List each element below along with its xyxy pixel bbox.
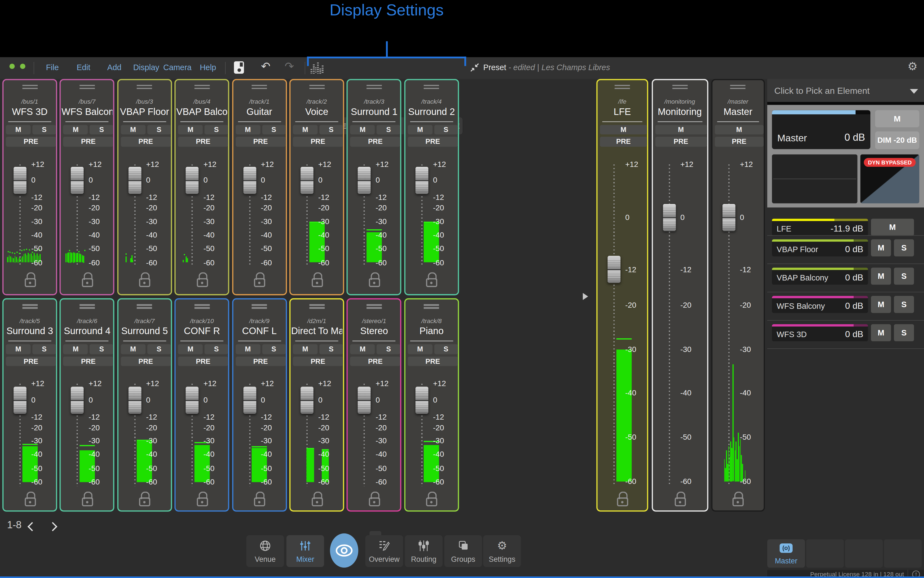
bus-solo-button[interactable]: S: [894, 239, 914, 256]
channel-strip-vbap-floor[interactable]: /bus/3VBAP FloorMSPRE+120-12-20-30-40-50…: [117, 79, 172, 295]
fader-handle[interactable]: [186, 167, 199, 194]
nav-venue-button[interactable]: Venue: [246, 535, 284, 567]
solo-button[interactable]: S: [262, 125, 285, 134]
solo-button[interactable]: S: [319, 125, 343, 134]
fader-handle[interactable]: [13, 386, 26, 414]
fader-handle[interactable]: [186, 386, 199, 414]
lock-icon[interactable]: [24, 492, 37, 507]
lock-icon[interactable]: [24, 272, 37, 287]
pre-button[interactable]: PRE: [121, 136, 171, 146]
drag-handle-icon[interactable]: [615, 85, 630, 91]
fader-handle[interactable]: [358, 386, 371, 414]
lock-icon[interactable]: [253, 272, 266, 287]
fader-handle[interactable]: [71, 386, 84, 414]
pre-button[interactable]: PRE: [350, 356, 400, 366]
fader-handle[interactable]: [415, 167, 428, 194]
undo-icon[interactable]: ↶: [261, 59, 271, 73]
fader-handle[interactable]: [128, 167, 141, 194]
save-icon[interactable]: [234, 61, 244, 74]
collapse-icon[interactable]: [470, 62, 480, 72]
bus-mute-button[interactable]: M: [871, 268, 891, 284]
drag-handle-icon[interactable]: [137, 85, 152, 91]
next-page-icon[interactable]: [48, 522, 57, 531]
pre-button[interactable]: PRE: [293, 356, 343, 366]
mute-button[interactable]: M: [236, 344, 260, 354]
nav-groups-button[interactable]: Groups: [444, 535, 482, 567]
master-mute-button[interactable]: M: [875, 110, 919, 127]
pre-button[interactable]: PRE: [6, 136, 56, 146]
fader-handle[interactable]: [663, 204, 676, 231]
drag-handle-icon[interactable]: [309, 304, 324, 310]
pre-button[interactable]: PRE: [655, 136, 707, 146]
solo-button[interactable]: S: [32, 125, 56, 134]
channel-strip-wfs-balcony[interactable]: /bus/7WFS BalconyMSPRE+120-12-20-30-40-5…: [60, 79, 114, 295]
drag-handle-icon[interactable]: [309, 85, 324, 91]
bus-row-wfs-3d[interactable]: WFS 3D0 dB: [772, 324, 868, 341]
prev-page-icon[interactable]: [28, 522, 37, 531]
settings-gear-icon[interactable]: ⚙: [908, 59, 918, 73]
lock-icon[interactable]: [311, 492, 324, 507]
drag-handle-icon[interactable]: [424, 304, 439, 310]
solo-button[interactable]: S: [319, 344, 343, 354]
channel-strip-monitoring[interactable]: /monitoringMonitoringMPRE+120-12-20-30-4…: [652, 79, 708, 511]
monitor-tile-empty-3[interactable]: [884, 539, 922, 568]
mute-button[interactable]: M: [63, 344, 88, 354]
drag-handle-icon[interactable]: [195, 85, 210, 91]
solo-button[interactable]: S: [262, 344, 285, 354]
menu-help[interactable]: Help: [200, 63, 216, 72]
channel-strip-stereo[interactable]: /stereo/1StereoMSPRE+120-12-20-30-40-50-…: [347, 298, 401, 511]
fader-handle[interactable]: [243, 167, 256, 194]
master-level-card[interactable]: Master 0 dB: [772, 110, 871, 149]
bus-row-vbap-floor[interactable]: VBAP Floor0 dB: [772, 239, 868, 256]
pre-button[interactable]: PRE: [63, 136, 113, 146]
lock-icon[interactable]: [253, 492, 266, 507]
bus-row-vbap-balcony[interactable]: VBAP Balcony0 dB: [772, 268, 868, 284]
bus-mute-button[interactable]: M: [871, 296, 891, 313]
fader-handle[interactable]: [243, 386, 256, 414]
mute-button[interactable]: M: [350, 125, 375, 134]
menu-file[interactable]: File: [46, 63, 59, 72]
lock-icon[interactable]: [616, 491, 629, 507]
channel-strip-guitar[interactable]: /track/1GuitarMSPRE+120-12-20-30-40-50-6…: [232, 79, 287, 295]
lock-icon[interactable]: [426, 492, 438, 507]
solo-button[interactable]: S: [204, 344, 228, 354]
drag-handle-icon[interactable]: [366, 85, 382, 91]
drag-handle-icon[interactable]: [730, 85, 746, 91]
drag-handle-icon[interactable]: [79, 304, 95, 310]
solo-button[interactable]: S: [147, 344, 171, 354]
channel-strip-surround-3[interactable]: /track/5Surround 3MSPRE+120-12-20-30-40-…: [2, 298, 57, 511]
bus-solo-button[interactable]: S: [894, 324, 914, 341]
preset-display[interactable]: Preset - edited | Les Champs Libres: [483, 63, 610, 72]
mute-button[interactable]: M: [6, 125, 31, 134]
drag-handle-icon[interactable]: [22, 85, 37, 91]
channel-strip-conf-r[interactable]: /track/10CONF RMSPRE+120-12-20-30-40-50-…: [175, 298, 229, 511]
channel-strip-lfe[interactable]: /lfeLFEMPRE+120-12-20-30-40-50-60: [596, 79, 648, 511]
nav-mixer-button[interactable]: Mixer: [287, 535, 324, 567]
solo-button[interactable]: S: [90, 125, 113, 134]
mute-button[interactable]: M: [408, 125, 433, 134]
pre-button[interactable]: PRE: [63, 356, 113, 366]
pre-button[interactable]: PRE: [178, 136, 228, 146]
bus-solo-button[interactable]: S: [894, 296, 914, 313]
eye-button[interactable]: [330, 533, 358, 568]
meters-icon[interactable]: [311, 62, 324, 74]
channel-strip-master[interactable]: /masterMasterMPRE+120-12-20-30-40-50-60: [711, 79, 765, 511]
drag-handle-icon[interactable]: [22, 304, 37, 310]
monitor-tile-empty-2[interactable]: [845, 539, 883, 568]
lfe-level-row[interactable]: LFE -11.9 dB: [772, 219, 868, 235]
pre-button[interactable]: PRE: [293, 136, 343, 146]
drag-handle-icon[interactable]: [672, 85, 687, 91]
lock-icon[interactable]: [81, 272, 94, 287]
mute-button[interactable]: M: [600, 125, 647, 134]
fader-handle[interactable]: [13, 167, 26, 194]
channel-strip-wfs-3d[interactable]: /bus/1WFS 3DMSPRE+120-12-20-30-40-50-60: [2, 79, 57, 295]
mute-button[interactable]: M: [178, 125, 203, 134]
lock-icon[interactable]: [139, 492, 151, 507]
fader-handle[interactable]: [300, 167, 313, 194]
drag-handle-icon[interactable]: [195, 304, 210, 310]
pre-button[interactable]: PRE: [236, 356, 285, 366]
lock-icon[interactable]: [368, 272, 381, 287]
channel-strip-voice[interactable]: /track/2VoiceMSPRE+120-12-20-30-40-50-60: [289, 79, 344, 295]
channel-strip-surround-4[interactable]: /track/6Surround 4MSPRE+120-12-20-30-40-…: [60, 298, 114, 511]
fader-handle[interactable]: [608, 256, 621, 283]
